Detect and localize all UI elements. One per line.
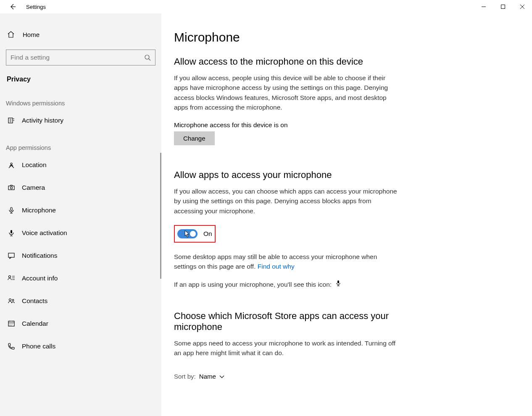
nav-microphone[interactable]: Microphone: [0, 199, 161, 222]
nav-location[interactable]: Location: [0, 154, 161, 176]
svg-point-10: [9, 299, 11, 301]
sidebar: Home Privacy Windows permissions Activit…: [0, 13, 161, 416]
sort-label: Sort by:: [174, 373, 196, 380]
sort-dropdown[interactable]: Sort by: Name: [174, 373, 532, 380]
apps-access-toggle[interactable]: [177, 229, 198, 238]
svg-point-9: [9, 276, 11, 278]
microphone-icon: [8, 207, 15, 214]
svg-rect-13: [337, 280, 339, 283]
nav-label: Camera: [22, 184, 45, 191]
nav-camera[interactable]: Camera: [0, 176, 161, 199]
choose-store-apps-description: Some apps need to access your microphone…: [174, 338, 401, 358]
voice-activation-icon: [8, 229, 15, 237]
chevron-down-icon: [219, 375, 224, 379]
location-icon: [8, 161, 15, 169]
activity-history-icon: [8, 117, 15, 124]
nav-notifications[interactable]: Notifications: [0, 244, 161, 267]
search-icon: [144, 54, 151, 61]
title-bar: Settings: [0, 0, 532, 13]
device-access-description: If you allow access, people using this d…: [174, 73, 401, 112]
nav-contacts[interactable]: Contacts: [0, 290, 161, 312]
find-out-why-link[interactable]: Find out why: [258, 263, 295, 270]
section-choose-store-apps: Choose which Microsoft Store apps can ac…: [174, 311, 401, 332]
svg-rect-8: [8, 253, 14, 257]
section-app-permissions: App permissions: [0, 132, 161, 154]
phone-icon: [8, 343, 15, 350]
back-arrow-icon: [9, 3, 16, 10]
svg-point-5: [11, 187, 13, 189]
desktop-apps-note: Some desktop apps may still be able to a…: [174, 252, 401, 272]
home-icon: [7, 31, 15, 38]
cursor-icon: [184, 230, 190, 238]
content-pane: Microphone Allow access to the microphon…: [161, 13, 532, 416]
section-allow-device-access: Allow access to the microphone on this d…: [174, 56, 401, 67]
maximize-icon: [500, 4, 506, 9]
home-label: Home: [23, 31, 40, 38]
nav-label: Notifications: [22, 252, 57, 259]
close-button[interactable]: [513, 0, 532, 13]
maximize-button[interactable]: [493, 0, 513, 13]
svg-point-1: [145, 55, 149, 59]
highlight-box: On: [174, 225, 216, 243]
mic-usage-note: If an app is using your microphone, you'…: [174, 280, 401, 290]
close-icon: [520, 4, 525, 9]
nav-voice-activation[interactable]: Voice activation: [0, 222, 161, 244]
search-input[interactable]: [11, 54, 144, 61]
sort-value: Name: [199, 373, 216, 380]
svg-rect-6: [11, 207, 12, 211]
device-access-status: Microphone access for this device is on: [174, 121, 532, 129]
section-allow-apps-access: Allow apps to access your microphone: [174, 170, 401, 181]
back-button[interactable]: [5, 0, 20, 13]
svg-rect-0: [501, 5, 505, 9]
section-windows-permissions: Windows permissions: [0, 87, 161, 109]
account-info-icon: [8, 275, 15, 282]
contacts-icon: [8, 297, 15, 305]
toggle-state-label: On: [203, 230, 212, 238]
nav-label: Activity history: [22, 117, 63, 124]
nav-label: Contacts: [22, 297, 47, 305]
notifications-icon: [8, 252, 15, 259]
minimize-icon: [481, 4, 486, 9]
nav-label: Calendar: [22, 320, 48, 327]
search-box[interactable]: [6, 50, 155, 65]
calendar-icon: [8, 320, 15, 327]
apps-access-description: If you allow access, you can choose whic…: [174, 186, 401, 216]
camera-icon: [8, 184, 15, 191]
change-button[interactable]: Change: [174, 131, 215, 145]
home-button[interactable]: Home: [0, 26, 161, 43]
toggle-knob: [190, 231, 196, 237]
svg-rect-7: [11, 230, 12, 233]
window-title: Settings: [26, 4, 46, 10]
privacy-heading: Privacy: [0, 65, 161, 87]
nav-label: Location: [22, 161, 47, 169]
minimize-button[interactable]: [474, 0, 493, 13]
nav-label: Voice activation: [22, 229, 67, 237]
nav-account-info[interactable]: Account info: [0, 267, 161, 290]
svg-rect-4: [8, 186, 14, 190]
page-title: Microphone: [174, 30, 532, 44]
nav-phone-calls[interactable]: Phone calls: [0, 335, 161, 358]
svg-point-11: [12, 299, 14, 301]
nav-label: Phone calls: [22, 343, 55, 350]
microphone-glyph-icon: [336, 281, 341, 288]
nav-label: Microphone: [22, 207, 56, 214]
nav-calendar[interactable]: Calendar: [0, 312, 161, 335]
nav-label: Account info: [22, 275, 58, 282]
nav-activity-history[interactable]: Activity history: [0, 109, 161, 132]
